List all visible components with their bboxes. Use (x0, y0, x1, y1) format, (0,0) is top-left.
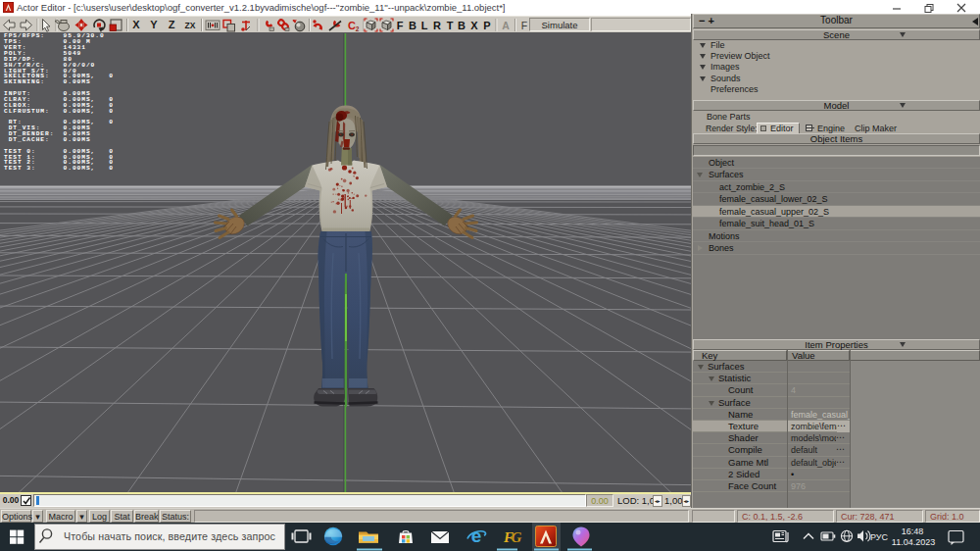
svg-text:B: B (409, 20, 416, 31)
svg-text:G: G (512, 529, 522, 545)
svg-text:e: e (471, 526, 482, 546)
svg-text:F: F (521, 20, 527, 31)
svg-text:ZX: ZX (185, 21, 196, 30)
svg-text:B: B (458, 20, 466, 31)
svg-text:11.04.2023: 11.04.2023 (892, 537, 935, 547)
svg-text:F: F (397, 20, 404, 31)
svg-text:A: A (502, 20, 510, 31)
svg-text:P: P (483, 20, 490, 31)
svg-text:2: 2 (356, 25, 360, 32)
svg-text:РУС: РУС (870, 532, 889, 542)
svg-text:X: X (470, 20, 478, 31)
svg-text:16:48: 16:48 (902, 526, 924, 536)
svg-text:Y: Y (150, 19, 158, 30)
svg-text:R: R (433, 20, 441, 31)
svg-text:L: L (421, 20, 428, 31)
svg-text:Z: Z (169, 19, 175, 30)
svg-text:X: X (132, 19, 140, 30)
svg-text:T: T (447, 20, 454, 31)
